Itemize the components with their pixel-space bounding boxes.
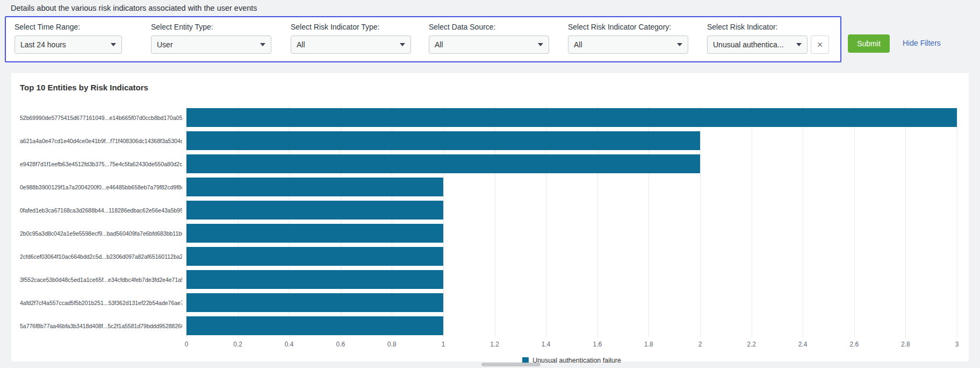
clear-filter-button[interactable]: × [811, 36, 829, 54]
x-axis-tick-label: 3 [955, 341, 959, 348]
x-axis-tick-label: 0 [185, 341, 189, 348]
risk-indicator-value: Unusual authentica... [713, 40, 784, 49]
entity-label: 52b69990de5775415d677161049...e14b665f07… [20, 115, 182, 121]
risk-indicator-category-dropdown[interactable]: All [568, 36, 688, 54]
chart-row: 3f552cace53b0d48c5ed1a1ce65f...e34cfdbc4… [20, 268, 957, 291]
x-axis-tick-label: 2.6 [849, 341, 859, 348]
x-axis-tick-label: 1.8 [644, 341, 653, 348]
x-axis-tick-label: 2.2 [747, 341, 756, 348]
bar-track [186, 224, 957, 243]
chart-rows: 52b69990de5775415d677161049...e14b665f07… [20, 106, 957, 337]
filter-group-risk-indicator-category: Select Risk Indicator Category: All [568, 23, 688, 61]
bar[interactable] [186, 316, 443, 335]
entity-type-label: Select Entity Type: [151, 23, 271, 31]
filter-group-data-source: Select Data Source: All [429, 23, 549, 61]
risk-indicator-category-label: Select Risk Indicator Category: [568, 23, 688, 31]
bar-track [186, 247, 957, 266]
time-range-value: Last 24 hours [20, 40, 66, 49]
entity-label: 5a776f8b77aa46bfa3b3418d408f...5c2f1a558… [20, 323, 182, 329]
bar-track [186, 178, 957, 196]
filter-group-risk-indicator-type: Select Risk Indicator Type: All [291, 23, 411, 61]
time-range-label: Select Time Range: [15, 23, 122, 31]
bar-track [186, 131, 957, 150]
data-source-dropdown[interactable]: All [429, 36, 549, 54]
chart-legend: Unusual authentication failure [186, 357, 957, 364]
chart-row: 0fafed1eb3ca67168ca3d2688b44...118286edb… [20, 199, 957, 222]
bar[interactable] [186, 201, 443, 220]
risk-indicator-category-value: All [574, 40, 582, 49]
filter-group-entity-type: Select Entity Type: User [151, 23, 271, 61]
x-axis-tick-label: 0.8 [387, 341, 397, 348]
x-axis-tick-label: 2 [698, 341, 702, 348]
x-axis-tick-label: 0.4 [285, 341, 294, 348]
risk-indicator-type-value: All [297, 40, 305, 49]
chart-row: 2b0c95a3d8c042a1e9e5598ecf9...bad560409f… [20, 222, 957, 245]
data-source-value: All [435, 40, 443, 49]
chart-row: 2cfd6cef03064f10ac664bdd2c5d...b2306d097… [20, 245, 957, 268]
chart-row: 52b69990de5775415d677161049...e14b665f07… [20, 106, 957, 129]
chart-row: 4afd2f7cf4a557ccad5f5b201b251...53f362d1… [20, 291, 957, 314]
bar-track [186, 154, 957, 173]
risk-indicator-label: Select Risk Indicator: [707, 23, 829, 31]
bar[interactable] [186, 108, 957, 127]
filter-group-time-range: Select Time Range: Last 24 hours [15, 23, 122, 61]
filter-group-risk-indicator: Select Risk Indicator: Unusual authentic… [707, 23, 829, 61]
bar-track [186, 108, 957, 127]
chart-row: e9428f7d1f1eefb63e4512fd3b375...75e4c5fa… [20, 152, 957, 175]
risk-indicator-dropdown[interactable]: Unusual authentica... [707, 36, 808, 54]
x-axis-tick-label: 1 [442, 341, 445, 348]
bar[interactable] [186, 247, 443, 266]
page-description: Details about the various risk indicator… [11, 4, 257, 12]
risk-indicator-type-label: Select Risk Indicator Type: [291, 23, 411, 31]
bar[interactable] [186, 131, 700, 150]
entity-label: 4afd2f7cf4a557ccad5f5b201b251...53f362d1… [20, 300, 182, 306]
chart-row: 5a776f8b77aa46bfa3b3418d408f...5c2f1a558… [20, 314, 957, 337]
bar[interactable] [186, 293, 443, 312]
bar-track [186, 270, 957, 289]
gridline [957, 106, 957, 337]
bar-track [186, 201, 957, 220]
close-icon: × [817, 39, 823, 51]
bar[interactable] [186, 224, 443, 243]
time-range-dropdown[interactable]: Last 24 hours [15, 36, 122, 54]
chart-row: 0e988b3900129f1a7a2004200f0...e46485bb65… [20, 175, 957, 199]
chart-panel: Top 10 Entities by Risk Indicators 52b69… [11, 73, 969, 362]
chevron-down-icon [260, 43, 265, 46]
chart-title: Top 10 Entities by Risk Indicators [20, 83, 957, 92]
bar[interactable] [186, 154, 700, 173]
bar-track [186, 316, 957, 335]
hide-filters-link[interactable]: Hide Filters [903, 39, 941, 47]
entity-label: 0e988b3900129f1a7a2004200f0...e46485bb65… [20, 184, 182, 190]
horizontal-scrollbar-thumb[interactable] [481, 363, 541, 366]
x-axis-tick-label: 2.8 [901, 341, 910, 348]
entity-label: 2b0c95a3d8c042a1e9e5598ecf9...bad560409f… [20, 230, 182, 237]
bar[interactable] [186, 178, 443, 196]
entity-type-value: User [157, 40, 173, 49]
bar-track [186, 293, 957, 312]
risk-indicator-type-dropdown[interactable]: All [291, 36, 411, 54]
entity-label: a621a4a0e47cd1e40d4ce0e41b9f...f71f40830… [20, 138, 182, 144]
entity-label: 0fafed1eb3ca67168ca3d2688b44...118286edb… [20, 207, 182, 214]
legend-label: Unusual authentication failure [532, 357, 621, 364]
x-axis-tick-label: 1.2 [490, 341, 499, 348]
chevron-down-icon [400, 43, 405, 46]
chevron-down-icon [796, 43, 802, 46]
submit-button[interactable]: Submit [848, 34, 890, 53]
entity-label: e9428f7d1f1eefb63e4512fd3b375...75e4c5fa… [20, 161, 182, 167]
entity-type-dropdown[interactable]: User [151, 36, 271, 54]
chevron-down-icon [538, 43, 543, 46]
x-axis-tick-label: 0.6 [336, 341, 345, 348]
x-axis-tick-label: 1.6 [593, 341, 602, 348]
data-source-label: Select Data Source: [429, 23, 549, 31]
chevron-down-icon [677, 43, 682, 46]
x-axis: 00.20.40.60.811.21.41.61.822.22.42.62.83 [186, 341, 957, 352]
bar[interactable] [186, 270, 443, 289]
chevron-down-icon [111, 43, 116, 46]
entity-label: 3f552cace53b0d48c5ed1a1ce65f...e34cfdbc4… [20, 277, 182, 283]
chart-row: a621a4a0e47cd1e40d4ce0e41b9f...f71f40830… [20, 129, 957, 152]
filter-bar: Select Time Range: Last 24 hours Select … [5, 16, 841, 62]
x-axis-tick-label: 2.4 [798, 341, 808, 348]
chart-plot-area: 52b69990de5775415d677161049...e14b665f07… [20, 106, 957, 337]
x-axis-tick-label: 0.2 [233, 341, 242, 348]
x-axis-tick-label: 1.4 [542, 341, 551, 348]
